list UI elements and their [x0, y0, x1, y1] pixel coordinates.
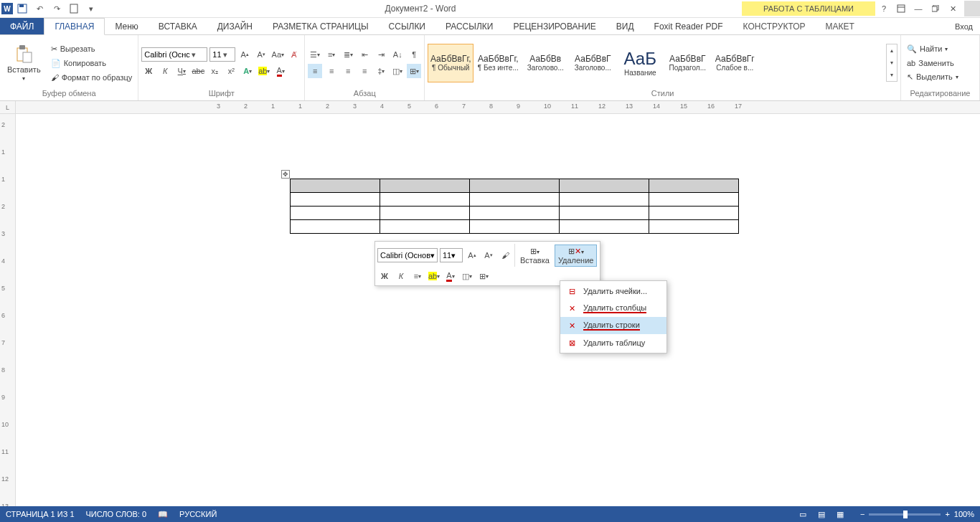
print-layout-button[interactable]: ▤ [813, 508, 830, 521]
borders-button[interactable]: ⊞▾ [407, 64, 421, 78]
align-left-button[interactable]: ≡ [308, 64, 322, 78]
style-item[interactable]: АаБбВвГгСлабое в... [712, 44, 758, 82]
word-count[interactable]: ЧИСЛО СЛОВ: 0 [86, 510, 147, 518]
mini-insert-button[interactable]: ⊞▾Вставка [517, 245, 552, 266]
show-marks-button[interactable]: ¶ [407, 47, 421, 62]
line-spacing-button[interactable]: ‡▾ [374, 64, 388, 78]
page-scroll[interactable]: ✥ [16, 114, 980, 506]
tab-foxit[interactable]: Foxit Reader PDF [644, 18, 733, 34]
tab-references[interactable]: ССЫЛКИ [379, 18, 435, 34]
close-button[interactable]: ✕ [944, 1, 961, 16]
minimize-button[interactable]: — [910, 1, 927, 16]
tab-constructor[interactable]: КОНСТРУКТОР [733, 18, 816, 34]
grow-font-button[interactable]: A▴ [237, 47, 252, 62]
save-button[interactable] [14, 1, 30, 16]
shading-button[interactable]: ◫▾ [390, 64, 405, 78]
signin-link[interactable]: Вход [948, 18, 980, 34]
table-row[interactable] [291, 207, 739, 220]
new-doc-button[interactable] [66, 1, 82, 16]
mini-delete-button[interactable]: ⊞✕▾Удаление [555, 245, 598, 267]
zoom-in-button[interactable]: + [945, 510, 949, 518]
qat-customize-button[interactable]: ▾ [83, 1, 99, 16]
delete-cells-item[interactable]: ⊟Удалить ячейки... [560, 283, 666, 300]
superscript-button[interactable]: x² [224, 64, 238, 78]
tab-menu[interactable]: Меню [105, 18, 148, 34]
table-move-handle[interactable]: ✥ [281, 170, 290, 179]
table-row[interactable] [291, 193, 739, 207]
align-center-button[interactable]: ≡ [324, 64, 339, 78]
spell-check-icon[interactable]: 📖 [158, 510, 168, 519]
tab-design[interactable]: ДИЗАЙН [207, 18, 263, 34]
mini-shrink-font[interactable]: A▾ [481, 248, 496, 262]
read-mode-button[interactable]: ▭ [794, 508, 811, 521]
style-item[interactable]: АаБбВвГг,¶ Без инте... [475, 44, 521, 82]
text-effects-button[interactable]: A▾ [240, 64, 255, 78]
mini-borders[interactable]: ⊞▾ [476, 269, 491, 283]
tab-mailings[interactable]: РАССЫЛКИ [435, 18, 503, 34]
mini-size-select[interactable]: 11▾ [440, 248, 463, 262]
subscript-button[interactable]: x₂ [207, 64, 222, 78]
restore-button[interactable] [927, 1, 944, 16]
mini-grow-font[interactable]: A▴ [465, 248, 479, 262]
justify-button[interactable]: ≡ [357, 64, 372, 78]
styles-up-button[interactable]: ▴ [887, 44, 897, 57]
style-item[interactable]: АаБбВвЗаголово... [522, 44, 568, 82]
copy-button[interactable]: 📄Копировать [48, 57, 136, 70]
styles-down-button[interactable]: ▾ [887, 57, 897, 69]
shrink-font-button[interactable]: A▾ [254, 47, 268, 62]
zoom-out-button[interactable]: − [860, 510, 864, 518]
decrease-indent-button[interactable]: ⇤ [357, 47, 372, 62]
delete-table-item[interactable]: ⊠Удалить таблицу [560, 334, 666, 351]
clear-format-button[interactable]: A̸ [287, 47, 301, 62]
find-button[interactable]: 🔍Найти▾ [904, 43, 961, 55]
replace-button[interactable]: abЗаменить [904, 57, 961, 69]
highlight-button[interactable]: ab▾ [257, 64, 271, 78]
italic-button[interactable]: К [158, 64, 172, 78]
strike-button[interactable]: abc [191, 64, 205, 78]
mini-align[interactable]: ≡▾ [410, 269, 425, 283]
undo-button[interactable]: ↶ [32, 1, 47, 16]
format-painter-button[interactable]: 🖌Формат по образцу [48, 72, 136, 83]
style-item[interactable]: АаБбВвГЗаголово... [570, 44, 616, 82]
tab-insert[interactable]: ВСТАВКА [149, 18, 207, 34]
delete-rows-item[interactable]: ✕Удалить строки [560, 317, 666, 334]
table-row[interactable] [291, 220, 739, 234]
zoom-slider[interactable] [869, 513, 941, 516]
cut-button[interactable]: ✂Вырезать [48, 43, 136, 55]
web-layout-button[interactable]: ▦ [831, 508, 849, 521]
delete-columns-item[interactable]: ✕Удалить столбцы [560, 300, 666, 317]
paste-button[interactable]: Вставить ▾ [3, 42, 45, 83]
style-item[interactable]: АаБбВвГг,¶ Обычный [428, 44, 473, 82]
font-size-select[interactable]: 11▾ [209, 47, 235, 62]
bullets-button[interactable]: ☰▾ [308, 47, 322, 62]
change-case-button[interactable]: Aa▾ [270, 47, 285, 62]
align-right-button[interactable]: ≡ [341, 64, 355, 78]
user-avatar[interactable] [964, 1, 980, 16]
font-color-button[interactable]: A▾ [273, 64, 288, 78]
vertical-ruler[interactable]: 211234567891011121314 [0, 114, 16, 506]
ribbon-options-button[interactable] [892, 1, 910, 16]
numbering-button[interactable]: ≡▾ [324, 47, 339, 62]
tab-layout[interactable]: РАЗМЕТКА СТРАНИЦЫ [263, 18, 379, 34]
tab-view[interactable]: ВИД [606, 18, 644, 34]
document-table[interactable] [290, 179, 739, 234]
mini-highlight[interactable]: ab▾ [427, 269, 441, 283]
horizontal-ruler[interactable]: 3211234567891011121314151617 [16, 101, 980, 114]
font-name-select[interactable]: Calibri (Оснс▾ [141, 47, 207, 62]
bold-button[interactable]: Ж [141, 64, 156, 78]
style-item[interactable]: АаБНазвание [617, 44, 663, 82]
mini-font-select[interactable]: Calibri (Основ▾ [377, 248, 438, 262]
tab-table-layout[interactable]: МАКЕТ [816, 18, 864, 34]
mini-format-painter[interactable]: 🖌 [498, 248, 512, 262]
tab-file[interactable]: ФАЙЛ [0, 18, 44, 34]
zoom-level[interactable]: 100% [954, 510, 974, 518]
mini-bold[interactable]: Ж [377, 269, 392, 283]
mini-shading[interactable]: ◫▾ [460, 269, 474, 283]
mini-italic[interactable]: К [394, 269, 408, 283]
multilevel-button[interactable]: ≣▾ [341, 47, 355, 62]
underline-button[interactable]: Ч▾ [174, 64, 189, 78]
help-button[interactable]: ? [875, 1, 892, 16]
select-button[interactable]: ↖Выделить▾ [904, 71, 961, 83]
mini-font-color[interactable]: A▾ [443, 269, 458, 283]
table-row[interactable] [291, 179, 739, 193]
